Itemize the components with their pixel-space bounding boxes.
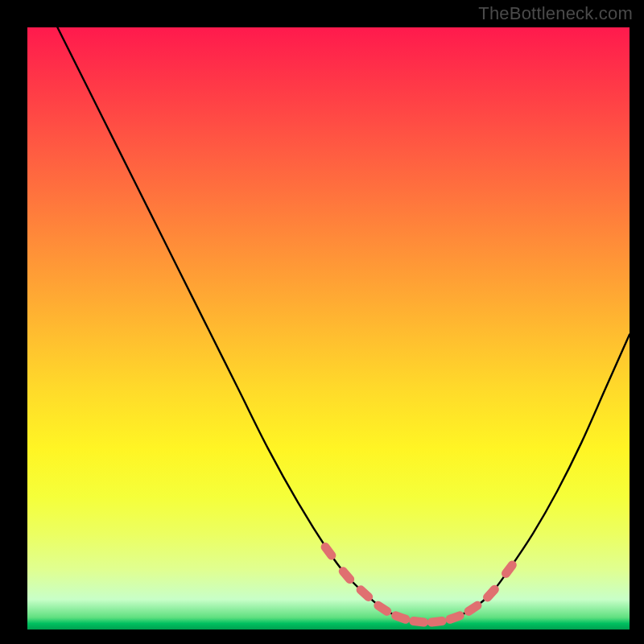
plot-area [27, 27, 630, 630]
curve-layer [27, 27, 630, 630]
bottleneck-curve [57, 27, 630, 622]
marker-pill [319, 541, 337, 562]
marker-pill [500, 559, 518, 580]
marker-pill [427, 616, 447, 627]
marker-pill [444, 610, 465, 625]
chart-frame: TheBottleneck.com [0, 0, 644, 644]
highlight-markers [319, 541, 518, 627]
marker-pill [390, 610, 411, 625]
marker-pill [409, 616, 429, 627]
watermark-text: TheBottleneck.com [478, 3, 633, 24]
